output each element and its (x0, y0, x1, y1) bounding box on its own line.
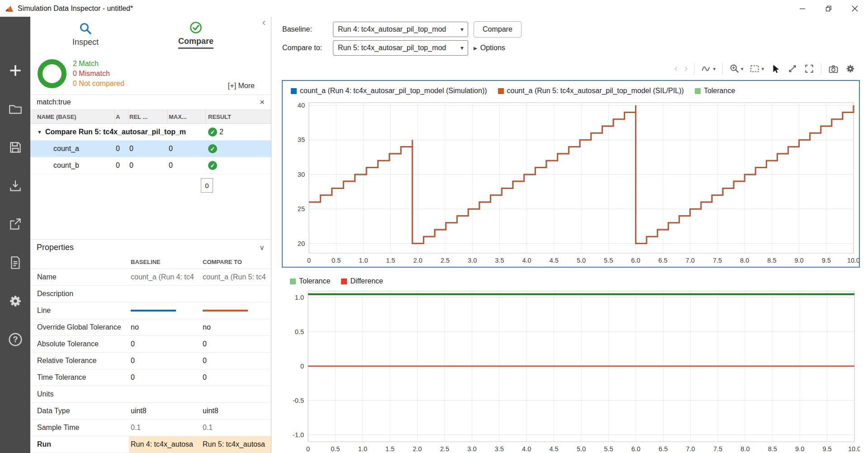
x-tick-label: 4.0 (522, 445, 531, 453)
import-icon (8, 178, 23, 193)
result-row[interactable]: count_a000✓ (30, 141, 271, 157)
property-label: Run (30, 436, 129, 453)
x-tick-label: 4.0 (522, 257, 531, 264)
legend-item: count_a (Run 5: tc4x_autosar_pil_top_mod… (498, 87, 684, 95)
x-tick-label: 9.5 (823, 445, 832, 453)
baseline-select[interactable]: Run 4: tc4x_autosar_pil_top_mod ▼ (333, 22, 468, 37)
property-row: Override Global Tolerancenono (30, 319, 271, 336)
x-tick-label: 1.0 (359, 257, 368, 264)
zoom-button[interactable]: ▾ (730, 64, 744, 74)
x-tick-label: 2.5 (441, 257, 450, 264)
status-pass-icon: ✓ (208, 127, 217, 137)
property-compare-cell: 0 (201, 369, 271, 386)
prev-button[interactable]: ‹ (674, 63, 678, 75)
snapshot-button[interactable] (828, 64, 839, 73)
clear-filter-icon[interactable]: × (260, 97, 265, 107)
close-icon (852, 5, 858, 12)
property-row: Description (30, 286, 271, 302)
property-baseline-cell (129, 302, 201, 319)
chevron-down-icon[interactable]: ∨ (259, 243, 265, 252)
property-row: Time Tolerance00 (30, 369, 271, 386)
filter-query[interactable]: match:true (37, 98, 71, 106)
x-tick-label: 6.5 (659, 257, 668, 264)
property-baseline-cell: 0 (129, 353, 201, 369)
import-button[interactable] (0, 166, 30, 205)
expander-icon[interactable]: ▼ (37, 129, 42, 135)
signal-tools-button[interactable]: ▾ (702, 64, 716, 73)
collapse-panel-icon[interactable]: ‹ (262, 17, 266, 28)
more-link[interactable]: [+] More (228, 82, 255, 90)
pointer-tool-button[interactable] (771, 64, 781, 74)
minimize-icon (799, 5, 806, 12)
zoom-icon (730, 64, 740, 74)
compare-button[interactable]: Compare (474, 21, 522, 38)
next-button[interactable]: › (684, 63, 688, 75)
match-count: 2 Match (73, 59, 124, 69)
plot-settings-button[interactable] (845, 64, 855, 74)
options-toggle[interactable]: ▶ Options (474, 44, 505, 52)
open-button[interactable] (0, 90, 30, 128)
add-button[interactable] (0, 51, 30, 90)
save-button[interactable] (0, 128, 30, 166)
legend-item: count_a (Run 4: tc4x_autosar_pil_top_mod… (291, 87, 487, 95)
fullscreen-button[interactable] (804, 64, 814, 74)
result-value-cell: 0 (115, 145, 128, 153)
tab-compare[interactable]: Compare (141, 17, 251, 53)
toolbar-separator (694, 63, 695, 75)
props-column-header: BASELINE (129, 259, 201, 265)
expand-button[interactable] (787, 64, 797, 74)
comparison-group-row[interactable]: ▼ Compare Run 5: tc4x_autosar_pil_top_m … (30, 124, 271, 141)
legend-item: Difference (341, 277, 383, 285)
legend-label: Tolerance (704, 87, 735, 95)
results-empty-space (30, 174, 271, 239)
value-box[interactable]: 0 (201, 178, 213, 193)
compare-check-icon (189, 21, 203, 34)
property-label: Line (30, 302, 129, 319)
export-button[interactable] (0, 205, 30, 243)
x-tick-label: 1.0 (358, 445, 367, 453)
properties-section: Properties ∨ BASELINECOMPARE TO Namecoun… (30, 239, 271, 453)
property-label: Time Tolerance (30, 369, 129, 386)
x-tick-label: 8.0 (740, 445, 749, 453)
region-select-button[interactable]: ▾ (750, 64, 764, 73)
restore-button[interactable] (816, 0, 842, 17)
report-button[interactable] (0, 243, 30, 282)
results-header: NAME (BASE)AREL ...MAX...RESULT (30, 110, 271, 124)
chevron-down-icon: ▼ (460, 27, 465, 32)
comparison-chart[interactable]: count_a (Run 4: tc4x_autosar_pil_top_mod… (282, 80, 860, 268)
minimize-button[interactable] (789, 0, 816, 17)
result-value-cell: 0 (168, 145, 206, 153)
compare-to-label: Compare to: (282, 44, 333, 52)
property-compare-cell: 0.1 (201, 420, 271, 436)
x-tick-label: 8.5 (768, 445, 777, 453)
chart2-plot-svg[interactable]: 00.51.01.52.02.53.03.54.04.55.05.56.06.5… (282, 289, 860, 453)
signal-name: count_a (30, 145, 115, 153)
restore-icon (825, 5, 832, 12)
legend-swatch (498, 88, 504, 94)
compare-to-select[interactable]: Run 5: tc4x_autosar_pil_top_mod ▼ (333, 40, 468, 56)
properties-header[interactable]: Properties ∨ (30, 240, 271, 255)
tab-inspect[interactable]: Inspect (30, 17, 141, 53)
chart1-plot-svg[interactable]: 00.51.01.52.02.53.03.54.04.55.05.56.06.5… (283, 101, 859, 267)
title-bar: Simulation Data Inspector - untitled* (0, 0, 868, 17)
search-icon (79, 22, 92, 35)
x-tick-label: 5.0 (577, 445, 586, 453)
filter-bar[interactable]: match:true × (30, 94, 271, 110)
result-value-cell: 0 (115, 161, 128, 170)
svg-text:?: ? (13, 335, 18, 344)
x-tick-label: 7.0 (686, 257, 695, 264)
left-icon-rail: ? (0, 17, 30, 453)
property-row: Units (30, 386, 271, 403)
result-row[interactable]: count_b000✓ (30, 157, 271, 174)
compare-panel: Inspect Compare ‹ 2 Match 0 Mismatch 0 N… (30, 17, 271, 453)
close-button[interactable] (842, 0, 868, 17)
summary-ring (38, 59, 66, 88)
help-button[interactable]: ? (0, 320, 30, 359)
difference-chart[interactable]: ToleranceDifference 00.51.01.52.02.53.03… (282, 273, 860, 453)
property-row: Line (30, 302, 271, 319)
legend-item: Tolerance (695, 87, 735, 95)
toolbar-separator (821, 63, 821, 75)
x-tick-label: 0 (307, 257, 311, 264)
group-label: Compare Run 5: tc4x_autosar_pil_top_m (45, 128, 186, 136)
preferences-button[interactable] (0, 282, 30, 320)
